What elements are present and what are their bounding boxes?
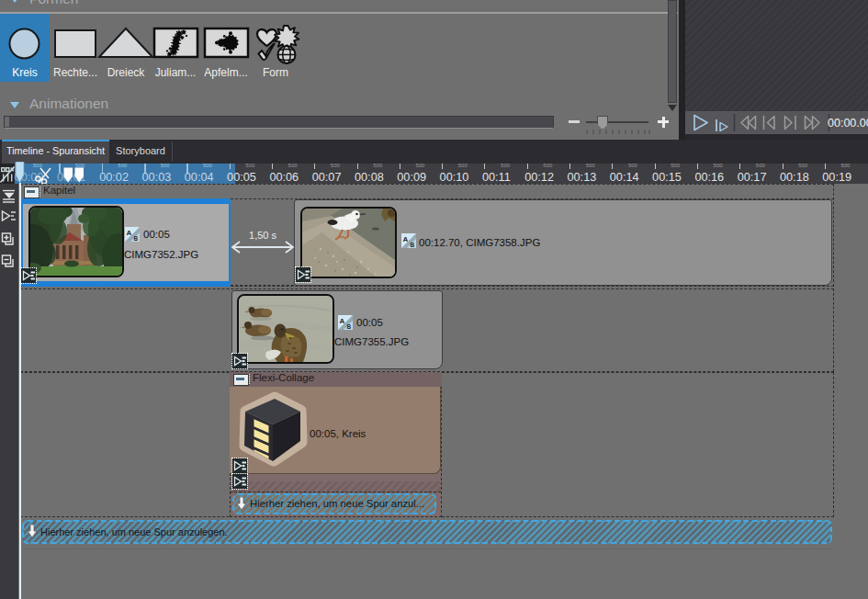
svg-text:A: A bbox=[127, 229, 132, 237]
svg-text:A: A bbox=[340, 317, 345, 325]
svg-text:B: B bbox=[411, 242, 415, 248]
svg-text:A: A bbox=[403, 235, 409, 243]
svg-text:B: B bbox=[134, 235, 139, 242]
svg-text:B: B bbox=[347, 323, 352, 330]
